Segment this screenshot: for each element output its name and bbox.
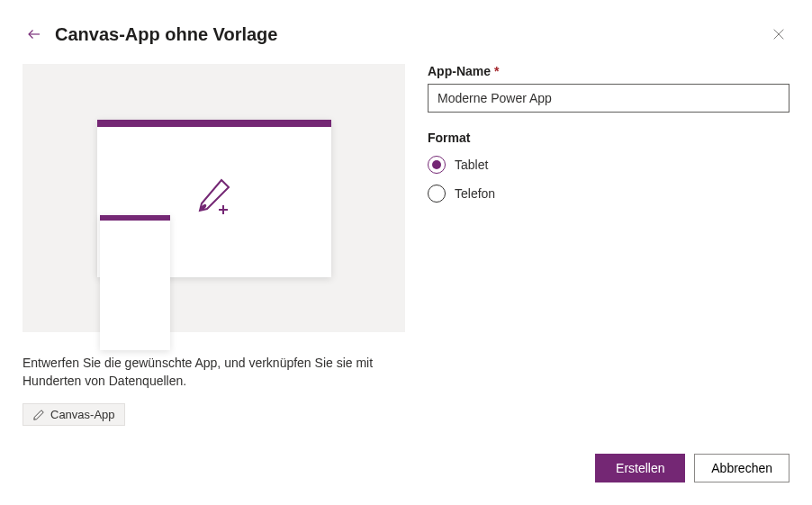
right-column: App-Name * Format Tablet Telefon	[428, 64, 789, 454]
dialog-footer: Erstellen Abbrechen	[23, 454, 789, 482]
radio-tablet-circle	[428, 156, 446, 174]
tag-label: Canvas-App	[50, 408, 115, 421]
cancel-button[interactable]: Abbrechen	[694, 454, 789, 482]
pencil-plus-icon	[193, 175, 236, 221]
radio-option-tablet[interactable]: Tablet	[428, 156, 789, 174]
close-icon	[771, 27, 786, 41]
phone-title-bar	[100, 215, 170, 221]
close-button[interactable]	[768, 23, 789, 45]
dialog-header: Canvas-App ohne Vorlage	[23, 23, 789, 46]
radio-tablet-dot	[432, 160, 441, 169]
tablet-title-bar	[97, 120, 331, 127]
format-label: Format	[428, 131, 789, 145]
app-description: Entwerfen Sie die gewünschte App, und ve…	[23, 355, 383, 390]
app-name-input[interactable]	[428, 84, 789, 113]
radio-phone-circle	[428, 185, 446, 203]
dialog-title: Canvas-App ohne Vorlage	[55, 24, 277, 45]
phone-preview-frame	[100, 215, 170, 350]
app-type-tag: Canvas-App	[23, 403, 125, 426]
left-column: Entwerfen Sie die gewünschte App, und ve…	[23, 64, 405, 454]
create-button[interactable]: Erstellen	[595, 454, 685, 482]
radio-tablet-label: Tablet	[455, 158, 488, 172]
arrow-left-icon	[26, 26, 42, 42]
app-name-label: App-Name *	[428, 64, 789, 78]
radio-phone-label: Telefon	[455, 186, 495, 201]
dialog-content: Entwerfen Sie die gewünschte App, und ve…	[23, 64, 789, 454]
back-button[interactable]	[23, 23, 46, 46]
header-left: Canvas-App ohne Vorlage	[23, 23, 277, 46]
app-preview	[23, 64, 405, 332]
radio-option-phone[interactable]: Telefon	[428, 185, 789, 203]
create-app-dialog: Canvas-App ohne Vorlage	[0, 0, 812, 505]
required-indicator: *	[494, 64, 499, 78]
pencil-icon	[32, 409, 45, 421]
